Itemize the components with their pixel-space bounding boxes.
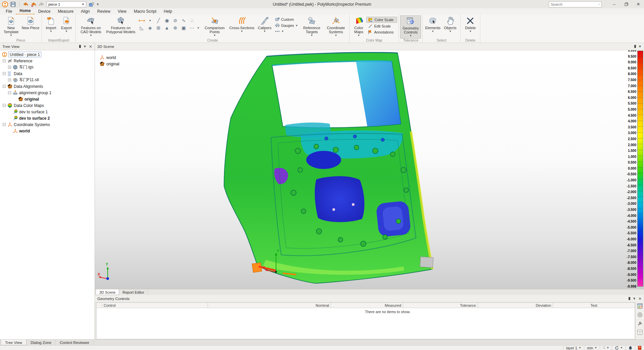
measure-icon[interactable] [637, 312, 643, 317]
menu-align[interactable]: Align [77, 9, 94, 14]
tree-item-stl-file[interactable]: + 车门F11.stl [0, 77, 95, 83]
alert-indicator[interactable] [635, 346, 644, 350]
tree-item-data[interactable]: − 010101110 Data [0, 70, 95, 77]
delete-button[interactable]: Delete ▼ [462, 15, 479, 34]
collapse-icon[interactable]: − [3, 85, 6, 88]
ellipse-icon[interactable]: ⊘ [172, 17, 179, 23]
select-objects-button[interactable]: Objects ▼ [441, 15, 459, 34]
point-cloud-icon[interactable]: ∴ [189, 17, 196, 23]
collapse-icon[interactable]: − [3, 72, 6, 75]
tree-item-dev-to-surface-1[interactable]: dev to surface 1 [0, 109, 95, 115]
tab-report-editor[interactable]: Report Editor [119, 289, 148, 295]
select-all-checkbox-cell[interactable] [97, 303, 102, 308]
collapse-icon[interactable]: − [3, 59, 6, 62]
column-measured[interactable]: Measured [331, 303, 403, 308]
menu-macro-script[interactable]: Macro Script [130, 9, 160, 14]
menu-device[interactable]: Device [35, 9, 54, 14]
notifications-button[interactable] [626, 346, 635, 350]
controls-filter-icon[interactable] [637, 303, 643, 309]
column-nominal[interactable]: Nominal [208, 303, 331, 308]
features-on-polygonal-models-button[interactable]: Features on Polygonal Models [105, 15, 137, 35]
new-piece-button[interactable]: New Piece [21, 15, 40, 31]
line-icon[interactable]: ╱ [155, 17, 162, 23]
tree-item-cad-file[interactable]: + 车门.igs [0, 64, 95, 70]
menu-file[interactable]: File [2, 9, 16, 14]
undo-all-icon[interactable] [31, 1, 37, 7]
expand-icon[interactable]: + [8, 66, 11, 69]
customize-toolbar-caret-icon[interactable]: ▼ [96, 3, 99, 6]
3d-viewport[interactable]: world original [95, 50, 644, 289]
menu-review[interactable]: Review [94, 9, 114, 14]
column-deviation[interactable]: Deviation [478, 303, 553, 308]
column-test[interactable]: Test [553, 303, 635, 308]
close-icon[interactable]: ✕ [638, 296, 642, 301]
sphere-icon[interactable]: ⊕ [172, 25, 179, 31]
search-input[interactable] [551, 2, 598, 6]
undo-icon[interactable] [22, 1, 29, 7]
piece-selector-combobox[interactable]: piece 1 ▼ [47, 1, 86, 7]
edit-scale-button[interactable]: Edit Scale [366, 23, 397, 29]
close-icon[interactable]: ✕ [89, 44, 92, 49]
tree-item-data-alignments[interactable]: − Data Alignments [0, 83, 95, 90]
menu-home[interactable]: Home [16, 8, 34, 14]
geometry-controls-button[interactable]: 0000 Geometry Controls ▼ [400, 15, 421, 39]
tree-item-coordinate-systems[interactable]: − Coordinate Systems [0, 121, 95, 128]
close-button[interactable]: ✕ [633, 0, 644, 8]
expand-icon[interactable]: + [8, 78, 11, 81]
export-button[interactable]: Export ▼ [59, 15, 74, 34]
tab-3d-scene[interactable]: 3D Scene [96, 289, 119, 295]
menu-view[interactable]: View [114, 9, 130, 14]
select-elements-button[interactable]: Elements ▼ [424, 15, 441, 34]
collapse-icon[interactable]: − [8, 91, 11, 94]
menu-help[interactable]: Help [160, 9, 176, 14]
units-selector[interactable]: mm ▼ [584, 346, 600, 350]
cylinder-icon[interactable]: ⊞ [155, 25, 162, 31]
tree-item-alignment-group[interactable]: − alignment group 1 [0, 90, 95, 96]
restore-button[interactable] [621, 0, 632, 8]
search-box[interactable] [549, 1, 602, 7]
reference-targets-button[interactable]: A1 Reference Targets ▼ [300, 15, 324, 38]
angle-icon[interactable]: ◺ [138, 25, 145, 31]
minimize-button[interactable]: – [608, 0, 620, 8]
collapse-icon[interactable]: − [3, 104, 6, 107]
tree-item-reference[interactable]: − Reference [0, 58, 95, 64]
save-icon[interactable] [10, 1, 16, 7]
tree-item-original-alignment[interactable]: original [0, 96, 95, 102]
box-icon[interactable]: ▣ [180, 25, 187, 31]
color-scale-toggle[interactable]: Color Scale [366, 17, 397, 23]
pin-icon[interactable] [79, 45, 81, 48]
color-maps-button[interactable]: Color Maps ▼ [351, 15, 366, 38]
bottom-tab-dialog-zone[interactable]: Dialog Zone [26, 340, 56, 345]
redo-icon[interactable] [39, 1, 45, 7]
layout-icon[interactable] [637, 330, 643, 335]
coordinate-systems-button[interactable]: Coordinate Systems ▼ [324, 15, 348, 38]
annotations-button[interactable]: Annotations [366, 30, 397, 35]
overlay-original[interactable]: original [100, 61, 119, 66]
tools-icon[interactable] [637, 321, 643, 326]
dimension-icon[interactable]: ⟷ [138, 17, 145, 23]
import-button[interactable]: Import ▼ [43, 15, 59, 34]
circle-icon[interactable]: ◉ [163, 17, 170, 23]
overlay-world[interactable]: world [100, 55, 119, 60]
more-features-icon[interactable]: ⋯ [189, 25, 196, 31]
layer-selector[interactable]: layer 1 ▼ [563, 346, 584, 350]
tree-item-data-color-maps[interactable]: − Data Color Maps [0, 102, 95, 109]
bottom-tab-control-reviewer[interactable]: Control Reviewer [56, 340, 94, 345]
polyline-icon[interactable]: ∿ [180, 17, 187, 23]
gauges-button[interactable]: Gauges ▼ [273, 23, 300, 28]
cross-sections-button[interactable]: Cross-Sections ▼ [228, 15, 256, 34]
tree-item-world[interactable]: world [0, 128, 95, 134]
report-item-icon[interactable] [88, 1, 94, 7]
features-on-cad-models-button[interactable]: Features on CAD Models ▼ [77, 15, 105, 38]
more-gauges-button[interactable]: ••• ▼ [273, 29, 300, 34]
cone-icon[interactable]: ▲ [163, 25, 170, 31]
bottom-tab-tree-view[interactable]: Tree View [1, 340, 26, 345]
pin-icon[interactable] [634, 45, 636, 48]
color-scale-bar[interactable] [637, 51, 643, 287]
more-features-caret-icon[interactable]: ▼ [197, 26, 200, 30]
menu-measure[interactable]: Measure [54, 9, 77, 14]
calipers-button[interactable]: Calipers ▼ [256, 15, 273, 34]
chevron-down-icon[interactable]: ▼ [638, 45, 642, 48]
car-door-model[interactable] [216, 52, 461, 287]
refresh-button[interactable]: ▼ [612, 346, 626, 350]
